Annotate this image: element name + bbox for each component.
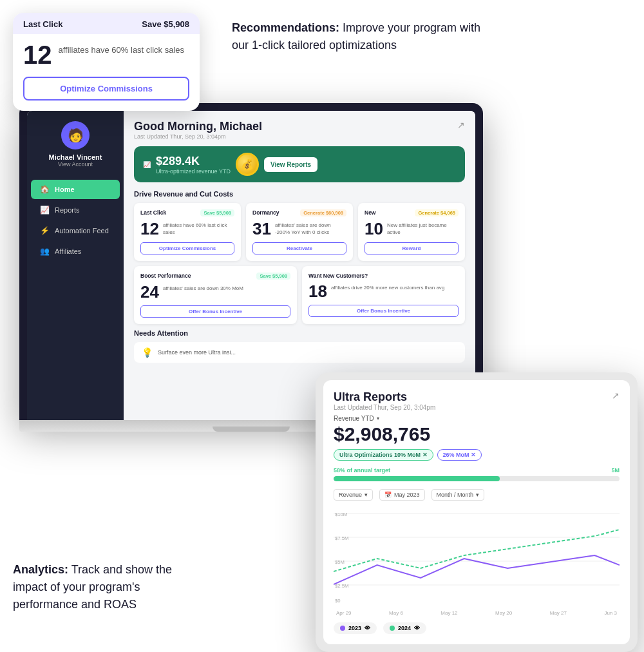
x-label-5: Jun 3 xyxy=(604,610,617,616)
rec-card-lastclick: Last Click Save $5,908 12 affiliates hav… xyxy=(134,203,241,261)
card-num-1: 31 xyxy=(252,220,271,237)
filter-revenue[interactable]: Revenue ▾ xyxy=(334,489,373,501)
cards-grid-3col: Last Click Save $5,908 12 affiliates hav… xyxy=(134,203,465,261)
calendar-icon: 📅 xyxy=(384,492,392,498)
sidebar-avatar: 🧑 Michael Vincent View Account xyxy=(27,121,124,168)
badge-optimizations-text: Ultra Optimizations 10% MoM ✕ xyxy=(339,452,428,458)
filter-date-text: May 2023 xyxy=(394,492,420,498)
sidebar-item-automation[interactable]: ⚡ Automation Feed xyxy=(31,221,120,240)
x-label-1: May 6 xyxy=(389,610,403,616)
recommendations-text: Recommendations: Improve your program wi… xyxy=(232,19,489,54)
legend-2023[interactable]: 2023 👁 xyxy=(334,622,377,634)
rec-card-body-3: 24 affiliates' sales are down 30% MoM xyxy=(140,283,290,300)
sidebar-affiliates-label: Affiliates xyxy=(55,247,81,255)
x-label-4: May 27 xyxy=(550,610,567,616)
revenue-ytd-text: Revenue YTD xyxy=(334,415,374,422)
progress-left-label: 58% of annual target xyxy=(334,467,390,474)
legend-2024[interactable]: 2024 👁 xyxy=(383,622,426,634)
sidebar-role: View Account xyxy=(58,161,93,168)
chart-area: $10M $7.5M $5M $2.5M $0 xyxy=(334,507,620,604)
rec-btn-2[interactable]: Reward xyxy=(365,242,459,254)
analytics-text: Analytics: Track and show the impact of … xyxy=(13,561,206,613)
tablet-title-block: Ultra Reports Last Updated Thur, Sep 20,… xyxy=(334,390,435,411)
filter-month[interactable]: Month / Month ▾ xyxy=(431,489,485,501)
svg-text:$10M: $10M xyxy=(335,512,347,517)
progress-section: 58% of annual target 5M xyxy=(334,467,620,481)
float-card-body: 12 affiliates have 60% last click sales … xyxy=(13,34,200,111)
rec-card-boost-header: Boost Performance Save $5,908 xyxy=(140,273,290,280)
needs-attention-text: Surface even more Ultra insi... xyxy=(158,349,236,356)
x-label-2: May 12 xyxy=(440,610,457,616)
chart-svg: $10M $7.5M $5M $2.5M $0 xyxy=(334,507,620,604)
tablet-inner: Ultra Reports Last Updated Thur, Sep 20,… xyxy=(323,380,630,644)
badge-row: Ultra Optimizations 10% MoM ✕ 26% MoM ✕ xyxy=(334,449,620,461)
needs-attention-row: 💡 Surface even more Ultra insi... xyxy=(134,342,465,363)
badge-mom[interactable]: 26% MoM ✕ xyxy=(437,449,482,461)
sidebar-username: Michael Vincent xyxy=(49,153,102,161)
card-tag-3: Boost Performance xyxy=(140,273,191,280)
affiliates-icon: 👥 xyxy=(40,247,50,256)
legend-2024-label: 2024 xyxy=(398,625,411,631)
card-tag-0: Last Click xyxy=(140,209,166,216)
sidebar-item-home[interactable]: 🏠 Home xyxy=(31,180,120,199)
x-label-3: May 20 xyxy=(495,610,512,616)
chart-legend: 2023 👁 2024 👁 xyxy=(334,622,620,634)
chart-line-2023 xyxy=(334,555,620,584)
revenue-label: Ultra-optimized revenue YTD xyxy=(156,168,231,175)
share-icon[interactable]: ↗ xyxy=(457,120,465,130)
view-reports-button[interactable]: View Reports xyxy=(264,157,317,172)
svg-text:$2.5M: $2.5M xyxy=(335,583,348,589)
x-label-0: Apr 29 xyxy=(336,610,352,616)
main-header: Good Morning, Michael Last Updated Thur,… xyxy=(134,120,465,140)
tablet-share-icon[interactable]: ↗ xyxy=(612,390,620,401)
greeting-text: Good Morning, Michael xyxy=(134,120,262,133)
tablet-outer: Ultra Reports Last Updated Thur, Sep 20,… xyxy=(316,372,638,652)
legend-dot-green xyxy=(390,626,395,631)
card-desc-4: affiliates drive 20% more new customers … xyxy=(331,284,444,291)
sidebar-item-affiliates[interactable]: 👥 Affiliates xyxy=(31,242,120,261)
progress-bar-fill xyxy=(334,476,500,481)
svg-text:$7.5M: $7.5M xyxy=(335,535,348,541)
chevron-revenue-icon: ▾ xyxy=(365,492,368,498)
progress-label-row: 58% of annual target 5M xyxy=(334,467,620,474)
rec-card-dormancy-header: Dormancy Generate $60,908 xyxy=(252,209,346,216)
progress-right-label: 5M xyxy=(611,467,620,474)
rec-btn-4[interactable]: Offer Bonus Incentive xyxy=(308,305,459,317)
rec-btn-1[interactable]: Reactivate xyxy=(252,242,346,254)
automation-icon: ⚡ xyxy=(40,226,50,235)
float-card: Last Click Save $5,908 12 affiliates hav… xyxy=(13,13,200,111)
card-num-2: 10 xyxy=(365,220,383,237)
analytics-bold: Analytics: xyxy=(13,563,68,576)
sidebar-item-reports[interactable]: 📈 Reports xyxy=(31,200,120,220)
chevron-down-icon: ▾ xyxy=(377,416,379,421)
float-card-header: Last Click Save $5,908 xyxy=(13,13,200,34)
rec-card-lastclick-header: Last Click Save $5,908 xyxy=(140,209,234,216)
revenue-amount: $289.4K xyxy=(156,155,231,168)
svg-text:$0: $0 xyxy=(335,598,341,604)
legend-2023-eye-icon: 👁 xyxy=(365,625,370,631)
cards-grid-2col: Boost Performance Save $5,908 24 affilia… xyxy=(134,266,465,324)
rec-btn-3[interactable]: Offer Bonus Incentive xyxy=(140,305,290,318)
card-tag-2: New xyxy=(365,209,375,216)
card-desc-3: affiliates' sales are down 30% MoM xyxy=(163,285,243,292)
rec-btn-0[interactable]: Optimize Commissions xyxy=(140,242,234,254)
tablet-title: Ultra Reports xyxy=(334,390,435,404)
tablet-mockup: Ultra Reports Last Updated Thur, Sep 20,… xyxy=(316,372,638,652)
card-tag-1: Dormancy xyxy=(252,209,279,216)
card-save-2: Generate $4,065 xyxy=(415,209,459,216)
section-needs-title: Needs Attention xyxy=(134,329,465,337)
card-save-1: Generate $60,908 xyxy=(300,209,346,216)
last-updated: Last Updated Thur, Sep 20, 3:04pm xyxy=(134,133,262,140)
sidebar: 🧑 Michael Vincent View Account 🏠 Home 📈 … xyxy=(27,111,124,420)
optimize-commissions-button[interactable]: Optimize Commissions xyxy=(23,77,189,101)
filter-date[interactable]: 📅 May 2023 xyxy=(379,489,425,501)
badge-mom-text: 26% MoM ✕ xyxy=(443,452,477,458)
tablet-revenue-big: $2,908,765 xyxy=(334,423,620,445)
rec-card-body-2: 10 New affiliates just became active xyxy=(365,220,459,237)
home-icon: 🏠 xyxy=(40,185,50,194)
float-card-number: 12 xyxy=(23,42,52,68)
legend-2023-label: 2023 xyxy=(348,625,361,631)
badge-optimizations[interactable]: Ultra Optimizations 10% MoM ✕ xyxy=(334,449,433,461)
float-card-tag: Last Click xyxy=(23,19,62,29)
tablet-header: Ultra Reports Last Updated Thur, Sep 20,… xyxy=(334,390,620,411)
